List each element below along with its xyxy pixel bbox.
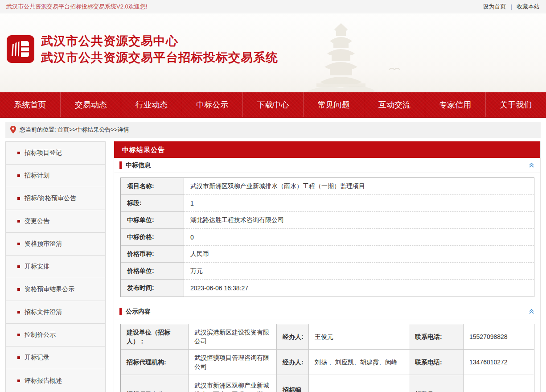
section-bid-info-header: 中标信息 [114, 158, 540, 173]
nav-item-home[interactable]: 系统首页 [0, 92, 61, 117]
top-utility-bar: 武汉市公共资源交易平台招标投标交易系统V2.0欢迎您! 设为首页 | 收藏本站 [0, 0, 546, 13]
cell-label: 联系电话: [409, 324, 464, 350]
row-label: 标段: [121, 195, 184, 212]
sidebar-item-label: 招标项目登记 [25, 149, 62, 157]
nav-item-about-us[interactable]: 关于我们 [486, 92, 546, 117]
cell-value: 武汉恒骥项目管理咨询有限公司 [189, 350, 277, 375]
cell-label: 标段号: [409, 375, 464, 392]
cell-label: 招标代理机构: [121, 350, 189, 375]
sidebar-item-label: 开标安排 [25, 263, 49, 271]
bullet-icon [17, 334, 20, 336]
row-label: 价格单位: [121, 263, 184, 280]
row-label: 中标单位: [121, 212, 184, 229]
bullet-icon [17, 265, 20, 268]
bullet-icon [17, 288, 20, 291]
row-label: 中标价格: [121, 229, 184, 246]
row-label: 价格币种: [121, 246, 184, 263]
sidebar-item-label: 招标文件澄清 [25, 308, 62, 316]
sidebar-item-label: 控制价公示 [25, 331, 56, 339]
breadcrumb-path[interactable]: 您当前的位置: 首页>>中标结果公告>>详情 [20, 126, 129, 134]
row-label: 项目名称: [121, 178, 184, 195]
nav-item-download-center[interactable]: 下载中心 [243, 92, 304, 117]
cell-value: 刘荡 、刘应凯、胡建霞、闵峰 [309, 350, 409, 375]
nav-item-industry-news[interactable]: 行业动态 [121, 92, 182, 117]
cell-label: 招标编号: [277, 375, 309, 392]
cell-value: 王俊元 [309, 324, 409, 350]
nav-item-trade-news[interactable]: 交易动态 [61, 92, 121, 117]
row-value: 万元 [184, 263, 534, 280]
pagoda-watermark-image [308, 16, 374, 92]
nav-item-faq[interactable]: 常见问题 [304, 92, 364, 117]
red-accent-bar [119, 161, 122, 169]
site-logo-icon[interactable] [6, 35, 35, 63]
cell-value: 武汉滨港新区建设投资有限公司 [189, 324, 277, 350]
topbar-separator: | [511, 3, 512, 10]
bullet-icon [17, 220, 20, 223]
sidebar-item-control-price[interactable]: 控制价公示 [6, 324, 105, 347]
nav-item-interaction[interactable]: 互动交流 [364, 92, 425, 117]
welcome-text: 武汉市公共资源交易平台招标投标交易系统V2.0欢迎您! [6, 3, 147, 11]
bullet-icon [17, 356, 20, 359]
row-value: 2023-06-06 16:38:27 [184, 280, 534, 297]
cell-label: 经办人: [277, 324, 309, 350]
cell-value: 1 [464, 375, 534, 392]
main-nav: 系统首页 交易动态 行业动态 中标公示 下载中心 常见问题 互动交流 专家信用 … [0, 92, 546, 118]
row-value: 武汉市新洲区双柳产业新城排水（雨水）工程（一期）监理项目 [184, 178, 534, 195]
row-value: 0 [184, 229, 534, 246]
collapse-section-button[interactable] [528, 162, 535, 169]
bullet-icon [17, 197, 20, 200]
bird-watermark-image [389, 66, 400, 72]
sidebar-item-evaluation-report[interactable]: 评标报告概述 [6, 369, 105, 392]
location-pin-icon [10, 126, 16, 134]
sidebar-item-bid-plan[interactable]: 招标计划 [6, 165, 105, 187]
double-chevron-up-icon [528, 308, 535, 315]
cell-label: 经办人: [277, 350, 309, 375]
sidebar-item-label: 招标/资格预审公告 [25, 194, 76, 202]
site-title-line1: 武汉市公共资源交易中心 [41, 33, 278, 50]
row-value: 1 [184, 195, 534, 212]
red-accent-bar [119, 308, 122, 315]
cell-label: 建设单位（招标人）： [121, 324, 189, 350]
sidebar-item-change-announcement[interactable]: 变更公告 [6, 210, 105, 233]
topbar-links: 设为首页 | 收藏本站 [483, 3, 540, 11]
favorite-site-link[interactable]: 收藏本站 [517, 3, 540, 11]
sidebar-item-label: 招标计划 [25, 172, 49, 180]
collapse-section-button[interactable] [528, 308, 535, 315]
sidebar-menu: 招标项目登记 招标计划 招标/资格预审公告 变更公告 资格预审澄清 开标安排 资… [5, 141, 106, 392]
cell-value: 武汉市新洲区双柳产业新城排水（雨水）工程（一期）监理项目 [189, 375, 277, 392]
double-chevron-up-icon [528, 162, 535, 169]
sidebar-item-bid-opening-record[interactable]: 开标记录 [6, 347, 105, 369]
cell-value: 13476010272 [464, 350, 534, 375]
sidebar-item-project-registration[interactable]: 招标项目登记 [6, 142, 105, 165]
sidebar-item-label: 变更公告 [25, 217, 49, 225]
row-label: 发布时间: [121, 280, 184, 297]
section-title: 公示内容 [126, 308, 528, 316]
bullet-icon [17, 311, 20, 314]
breadcrumb: 您当前的位置: 首页>>中标结果公告>>详情 [5, 122, 541, 138]
bullet-icon [17, 243, 20, 245]
cell-label: 联系电话: [409, 350, 464, 375]
sidebar-item-prequalification-announcement[interactable]: 招标/资格预审公告 [6, 187, 105, 210]
sidebar-item-prequalification-results[interactable]: 资格预审结果公示 [6, 278, 105, 301]
sidebar-item-document-clarification[interactable]: 招标文件澄清 [6, 301, 105, 324]
sidebar-item-label: 资格预审结果公示 [25, 285, 74, 293]
sidebar-item-prequalification-clarification[interactable]: 资格预审澄清 [6, 233, 105, 256]
content-area: 招标项目登记 招标计划 招标/资格预审公告 变更公告 资格预审澄清 开标安排 资… [5, 141, 541, 392]
nav-item-expert-credit[interactable]: 专家信用 [425, 92, 486, 117]
bullet-icon [17, 174, 20, 177]
set-home-link[interactable]: 设为首页 [483, 3, 506, 11]
bullet-icon [17, 152, 20, 154]
row-value: 湖北路达胜工程技术咨询有限公司 [184, 212, 534, 229]
bullet-icon [17, 380, 20, 382]
site-header: 武汉市公共资源交易中心 武汉市公共资源交易平台招标投标交易系统 [0, 13, 546, 92]
sidebar-item-label: 评标报告概述 [25, 377, 62, 385]
section-title: 中标信息 [126, 161, 528, 169]
sidebar-item-label: 资格预审澄清 [25, 240, 62, 248]
cell-label: 招标项目名称: [121, 375, 189, 392]
sidebar-item-bid-opening-schedule[interactable]: 开标安排 [6, 256, 105, 278]
bid-info-table: 项目名称: 武汉市新洲区双柳产业新城排水（雨水）工程（一期）监理项目 标段: 1… [120, 177, 534, 297]
section-notice-content-header: 公示内容 [114, 304, 540, 319]
page-title: 中标结果公告 [114, 141, 540, 158]
nav-item-bid-announcements[interactable]: 中标公示 [182, 92, 243, 117]
main-panel: 中标结果公告 中标信息 项目名称: 武汉市新洲区双柳产业新城排水（雨水）工程（一… [114, 141, 541, 392]
